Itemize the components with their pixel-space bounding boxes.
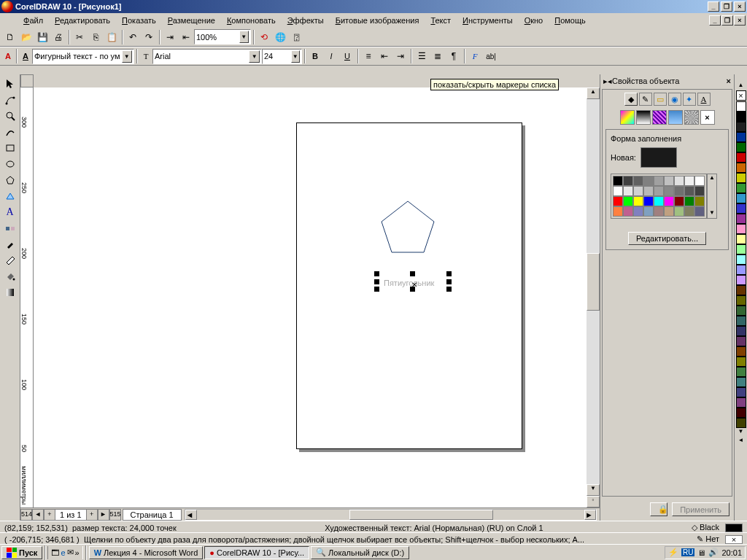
apply-button[interactable]: Применить (672, 502, 729, 516)
rectangle-tool[interactable] (1, 140, 19, 156)
eyedropper-tool[interactable] (1, 236, 19, 252)
copy-button[interactable]: ⎘ (88, 29, 104, 45)
strip-swatch[interactable] (736, 132, 746, 142)
strip-swatch[interactable] (736, 265, 746, 275)
strip-swatch[interactable] (736, 193, 746, 203)
page-add-after[interactable]: + (86, 509, 98, 521)
doc-minimize[interactable]: _ (709, 15, 721, 26)
fill-none[interactable]: × (700, 110, 715, 125)
strip-swatch[interactable] (736, 285, 746, 295)
palette-swatch[interactable] (694, 186, 705, 196)
palette-swatch[interactable] (643, 196, 654, 206)
zoom-dropdown[interactable]: ▼ (239, 31, 249, 43)
strip-swatch[interactable] (736, 367, 746, 377)
color-palette-grid[interactable] (611, 174, 707, 219)
strip-swatch[interactable] (736, 408, 746, 418)
ql-ie-icon[interactable]: e (61, 548, 65, 557)
strip-swatch[interactable] (736, 418, 746, 428)
pentagon-shape[interactable] (379, 200, 437, 255)
shape-tool[interactable] (1, 92, 19, 108)
fill-fountain[interactable] (636, 110, 651, 125)
docker-tab-6[interactable]: A (697, 93, 711, 106)
palette-swatch[interactable] (623, 206, 633, 217)
palette-swatch[interactable] (694, 206, 705, 217)
palette-swatch[interactable] (684, 206, 694, 217)
menu-window[interactable]: Окно (519, 15, 549, 26)
palette-swatch[interactable] (674, 176, 684, 186)
palette-up[interactable]: ▲ (708, 174, 716, 183)
corel-online-icon[interactable]: 🌐 (272, 29, 288, 45)
no-color-swatch[interactable]: × (736, 90, 746, 101)
nonprinting-button[interactable]: ¶ (446, 48, 462, 64)
text-object-selection[interactable]: Пятиугольник ✕ (376, 273, 449, 289)
print-button[interactable]: 🖨 (50, 29, 66, 45)
fill-pattern[interactable] (652, 110, 667, 125)
palette-swatch[interactable] (664, 176, 674, 186)
interactive-fill-tool[interactable] (1, 284, 19, 300)
vscroll-extra[interactable]: ▫ (587, 496, 600, 508)
import-button[interactable]: ⇥ (162, 29, 178, 45)
palette-swatch[interactable] (643, 186, 654, 196)
strip-swatch[interactable] (736, 183, 746, 193)
fill-tool[interactable] (1, 268, 19, 284)
page-last[interactable]: 515 (109, 509, 121, 521)
strip-swatch[interactable] (736, 306, 746, 316)
paste-button[interactable]: 📋 (104, 29, 120, 45)
menu-layout[interactable]: Размещение (162, 15, 221, 26)
task-coreldraw[interactable]: ●CorelDRAW 10 - [Рису... (204, 546, 309, 559)
palette-swatch[interactable] (623, 186, 633, 196)
fill-postscript[interactable] (684, 110, 699, 125)
menu-text[interactable]: Текст (425, 15, 457, 26)
strip-swatch[interactable] (736, 101, 746, 112)
format-text-button[interactable]: F (467, 48, 483, 64)
palette-swatch[interactable] (664, 196, 674, 206)
tray-lang[interactable]: RU (681, 548, 694, 556)
strip-swatch[interactable] (736, 275, 746, 285)
font-combo[interactable]: ▼ (152, 49, 262, 64)
palette-swatch[interactable] (643, 206, 654, 217)
bullets-button[interactable]: ☰ (414, 48, 430, 64)
docker-close-icicon[interactable]: × (727, 77, 731, 85)
menu-arrange[interactable]: Компоновать (221, 15, 282, 26)
strip-swatch[interactable] (736, 224, 746, 234)
vertical-ruler[interactable]: 300 250 200 150 100 50 миллиметры (20, 88, 34, 508)
ql-oe-icon[interactable]: ✉ (67, 548, 74, 557)
tray-volume-icon[interactable]: 🔊 (708, 548, 719, 557)
palette-swatch[interactable] (694, 196, 705, 206)
palette-swatch[interactable] (623, 176, 633, 186)
tray-icon-1[interactable]: ⚡ (668, 548, 678, 557)
menu-edit[interactable]: Редактировать (49, 15, 116, 26)
palette-swatch[interactable] (684, 186, 694, 196)
palette-swatch[interactable] (613, 176, 623, 186)
whats-this-icon[interactable]: ⍰ (288, 29, 304, 45)
page-tab[interactable]: Страница 1 (123, 509, 182, 521)
palette-swatch[interactable] (654, 186, 664, 196)
text-style-a-icon[interactable]: A (2, 50, 14, 62)
maximize-button[interactable]: ❐ (721, 1, 732, 12)
strip-swatch[interactable] (736, 214, 746, 224)
palette-swatch[interactable] (623, 196, 633, 206)
task-word[interactable]: WЛекция 4 - Microsoft Word (89, 546, 204, 559)
palette-swatch[interactable] (613, 186, 623, 196)
start-button[interactable]: Пуск (1, 546, 42, 559)
cut-button[interactable]: ✂ (71, 29, 88, 45)
zoom-tool[interactable] (1, 108, 19, 124)
docker-tab-fill[interactable]: ◆ (624, 93, 638, 106)
strip-swatch[interactable] (736, 163, 746, 173)
palette-swatch[interactable] (633, 206, 643, 217)
docker-tab-outline[interactable]: ✎ (639, 93, 652, 106)
text-tool[interactable]: A (1, 204, 19, 220)
basic-shapes-tool[interactable] (1, 188, 19, 204)
palette-strip-down[interactable]: ▼ (736, 428, 746, 437)
text-content[interactable]: Пятиугольник (384, 279, 434, 287)
palette-swatch[interactable] (674, 196, 684, 206)
ql-more-icon[interactable]: » (75, 548, 80, 557)
menu-view[interactable]: Показать (116, 15, 162, 26)
horizontal-scrollbar[interactable]: ◄ ► (185, 509, 597, 521)
docker-tab-5[interactable]: ✦ (683, 93, 696, 106)
pick-tool[interactable] (1, 76, 19, 92)
palette-strip-expand[interactable]: ◄ (736, 437, 746, 446)
page-prev[interactable]: ◄ (32, 509, 44, 521)
tray-clock[interactable]: 20:01 (721, 548, 742, 557)
docker-tab-4[interactable]: ◉ (668, 93, 681, 106)
